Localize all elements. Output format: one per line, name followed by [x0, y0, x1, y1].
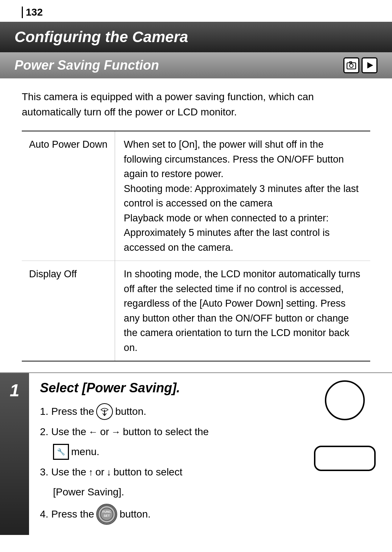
instruction-1: 1. Press the button.: [40, 403, 298, 420]
svg-text:SET: SET: [104, 514, 110, 518]
intro-text: This camera is equipped with a power sav…: [0, 78, 392, 127]
svg-marker-3: [368, 63, 372, 68]
instruction-1-num: 1. Press the: [40, 403, 94, 420]
step-number: 1: [0, 373, 29, 535]
step-title-text: Select [Power Saving].: [40, 380, 180, 396]
table-label-auto-power: Auto Power Down: [22, 131, 115, 261]
instruction-3-mid: button to select: [114, 463, 183, 481]
instruction-3-or: or: [95, 463, 105, 481]
arrow-right-icon: [111, 423, 121, 441]
arrow-down-icon: [107, 463, 111, 481]
table-label-display-off: Display Off: [22, 261, 115, 361]
instruction-3-num: 3. Use the: [40, 463, 86, 481]
svg-text:FUNC: FUNC: [102, 510, 111, 514]
step-inner: Select [Power Saving]. 1. Press the: [29, 373, 392, 535]
step-right-illustrations: [312, 373, 392, 535]
svg-point-1: [350, 64, 353, 68]
arrow-left-icon: [89, 423, 98, 441]
step-title-row: Select [Power Saving].: [40, 380, 298, 396]
instruction-1-suffix: button.: [115, 403, 146, 420]
playback-mode-icon: [362, 57, 377, 73]
instruction-4-num: 4. Press the: [40, 506, 94, 523]
instruction-4-suffix: button.: [119, 506, 151, 523]
arrow-up-icon: [89, 463, 93, 481]
instruction-4: 4. Press the FUNC SET button.: [40, 504, 298, 525]
wrench-menu-icon: 🔧: [53, 444, 69, 460]
instruction-2: 2. Use the or button to select the: [40, 423, 298, 441]
func-set-button-icon: FUNC SET: [96, 504, 117, 525]
instruction-2-num: 2. Use the: [40, 423, 86, 441]
instruction-3-target: [Power Saving].: [53, 483, 124, 501]
mode-icons: [343, 57, 377, 73]
table-row: Auto Power Down When set to [On], the po…: [22, 131, 370, 261]
section-header: Power Saving Function: [0, 52, 392, 78]
table-row: Display Off In shooting mode, the LCD mo…: [22, 261, 370, 361]
table-desc-auto-power: When set to [On], the power will shut of…: [115, 131, 370, 261]
instruction-3b: [Power Saving].: [40, 483, 298, 501]
instruction-3: 3. Use the or button to select: [40, 463, 298, 481]
step-instructions: 1. Press the button. 2. Use the: [40, 403, 298, 525]
camera-mode-icon: [343, 57, 359, 73]
table-desc-display-off: In shooting mode, the LCD monitor automa…: [115, 261, 370, 361]
instruction-2-mid: button to select the: [123, 423, 209, 441]
instruction-2-menu: menu.: [71, 443, 99, 461]
title-banner: Configuring the Camera: [0, 22, 392, 52]
instruction-2b: 🔧 menu.: [40, 443, 298, 461]
camera-side-illustration: [314, 446, 376, 471]
step-section: 1 Select [Power Saving]. 1. Press the: [0, 372, 392, 535]
menu-button-icon: [96, 403, 113, 420]
info-table: Auto Power Down When set to [On], the po…: [22, 131, 370, 361]
page-title: Configuring the Camera: [15, 28, 377, 46]
section-title: Power Saving Function: [15, 58, 159, 73]
camera-front-illustration: [325, 380, 365, 420]
page-number: 132: [22, 7, 43, 18]
instruction-2-or: or: [100, 423, 109, 441]
step-content: Select [Power Saving]. 1. Press the: [29, 373, 312, 535]
